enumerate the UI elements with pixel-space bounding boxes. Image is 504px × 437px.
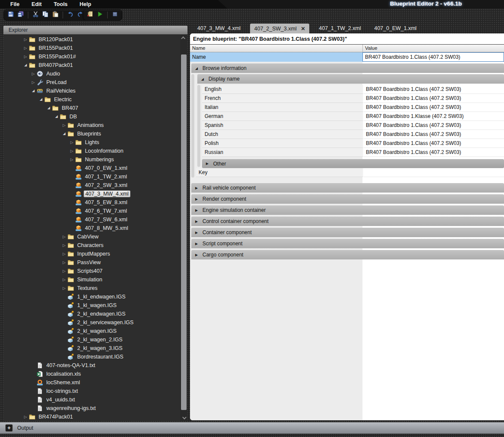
explorer-scrollbar[interactable]	[180, 35, 187, 421]
property-row-dutch[interactable]: DutchBR407 Boardbistro 1.Class (407.2 SW…	[202, 130, 504, 139]
property-value[interactable]: BR407 Boardbistro 1.Class (407.2 SW03)	[363, 85, 504, 94]
property-row-key[interactable]: Key	[196, 168, 504, 177]
expander-collapsed-icon[interactable]: ▷	[69, 138, 75, 147]
collapse-collapsed-icon[interactable]: ▶	[195, 208, 199, 212]
tree-item[interactable]: ▷Numberings	[3, 155, 180, 164]
tree-item[interactable]: v4_uuids.txt	[3, 395, 180, 404]
property-row-french[interactable]: FrenchBR407 Boardbistro 1.Class (407.2 S…	[202, 94, 504, 103]
tree-item[interactable]: 407_6_TW_7.xml	[3, 207, 180, 215]
property-value[interactable]: BR407 Boardbistro 1.Class (407.2 SW03)	[363, 121, 504, 130]
tree-item[interactable]: ▷BR155Pack01#	[3, 52, 180, 61]
expander-collapsed-icon[interactable]: ▷	[61, 241, 67, 250]
tab-407_0_EW_1-xml[interactable]: 407_0_EW_1.xml	[370, 24, 420, 33]
expander-expanded-icon[interactable]: ◢	[45, 104, 52, 112]
property-row-italian[interactable]: ItalianBR407 Boardbistro 1.Class (407.2 …	[202, 103, 504, 112]
tree-item[interactable]: 407_5_EW_8.xml	[3, 198, 180, 207]
category-container-component[interactable]: ▶Container component	[191, 228, 504, 237]
tab-close-icon[interactable]: ✕	[301, 26, 305, 32]
tree-item[interactable]: ▷CabView	[3, 232, 180, 241]
tree-item[interactable]: 1_kl_wagen.IGS	[3, 301, 180, 310]
tree-item[interactable]: ▷Textures	[3, 284, 180, 292]
property-value[interactable]: BR407 Boardbistro 1.Class (407.2 SW03)	[363, 94, 504, 103]
category-script-component[interactable]: ▶Script component	[191, 239, 504, 248]
expander-expanded-icon[interactable]: ◢	[22, 61, 29, 69]
category-cargo-component[interactable]: ▶Cargo component	[191, 250, 504, 259]
property-value[interactable]: BR407 Boardbistro 1.Class (407.2 SW03)	[363, 103, 504, 112]
expander-collapsed-icon[interactable]: ▷	[61, 232, 67, 241]
tree-item[interactable]: ◢DB	[3, 112, 180, 121]
category-other[interactable]: ▶ Other	[202, 159, 504, 168]
property-value[interactable]: BR407 Boardbistro 1.Klasse (407.2 SW03)	[363, 112, 504, 121]
tab-407_2_SW_3-xml[interactable]: 407_2_SW_3.xml✕	[250, 24, 310, 33]
tree-item[interactable]: 407_2_SW_3.xml	[3, 181, 180, 190]
expander-collapsed-icon[interactable]: ▷	[22, 52, 29, 61]
tree-item[interactable]: loc-strings.txt	[3, 387, 180, 395]
property-row-english[interactable]: EnglishBR407 Boardbistro 1.Class (407.2 …	[202, 85, 504, 94]
collapse-collapsed-icon[interactable]: ▶	[195, 231, 199, 235]
category-engine-simulation-container[interactable]: ▶Engine simulation container	[191, 205, 504, 215]
expander-collapsed-icon[interactable]: ▷	[61, 275, 67, 284]
scroll-up-button[interactable]	[180, 35, 187, 41]
tree-item[interactable]: locSheme.xml	[3, 378, 180, 387]
tree-item[interactable]: ▷Lights	[3, 138, 180, 147]
scrollbar-thumb[interactable]	[181, 54, 187, 410]
property-value[interactable]: BR407 Boardbistro 1.Class (407.2 SW03)	[363, 130, 504, 139]
property-value-input[interactable]: BR407 Boardbistro 1.Class (407.2 SW03)	[362, 52, 504, 62]
tree-item[interactable]: ▷Simulation	[3, 275, 180, 284]
property-row-russian[interactable]: RussianBR407 Boardbistro 1.Class (407.2 …	[202, 148, 504, 157]
tree-item[interactable]: 407_8_MW_5.xml	[3, 224, 180, 232]
tree-item[interactable]: ▷InputMappers	[3, 250, 180, 258]
category-browse-information[interactable]: ◢ Browse information	[191, 63, 504, 73]
tree-item[interactable]: ◢RailVehicles	[3, 87, 180, 95]
expander-collapsed-icon[interactable]: ▷	[69, 147, 75, 155]
property-value[interactable]: BR407 Boardbistro 1.Class (407.2 SW03)	[363, 139, 504, 148]
tree-item[interactable]: ▷Characters	[3, 241, 180, 250]
tree-item[interactable]: ▷PreLoad	[3, 78, 180, 87]
tree-item[interactable]: Bordrestaurant.IGS	[3, 353, 180, 361]
cut-button[interactable]	[32, 11, 39, 19]
tree-item[interactable]: ▷BR120Pack01	[3, 35, 180, 44]
tree-item[interactable]: ◢BR407	[3, 104, 180, 112]
property-row-spanish[interactable]: SpanishBR407 Boardbistro 1.Class (407.2 …	[202, 121, 504, 130]
tab-407_1_TW_2-xml[interactable]: 407_1_TW_2.xml	[315, 24, 365, 33]
tree-item[interactable]: 2_kl_wagen_2.IGS	[3, 335, 180, 344]
copy-button[interactable]	[42, 11, 49, 19]
tree-item[interactable]: ▷PassView	[3, 258, 180, 267]
expander-collapsed-icon[interactable]: ▷	[61, 258, 67, 267]
expander-collapsed-icon[interactable]: ▷	[22, 44, 29, 52]
category-rail-vehicle-component[interactable]: ▶Rail vehicle component	[191, 183, 504, 193]
tree-item[interactable]: 407_3_MW_4.xml	[3, 190, 180, 198]
tree-item[interactable]: ◢BR407Pack01	[3, 61, 180, 69]
run-button[interactable]	[96, 11, 104, 19]
tree-item[interactable]: ◢Blueprints	[3, 130, 180, 138]
collapse-collapsed-icon[interactable]: ▶	[195, 242, 199, 246]
tree-item[interactable]: ▷Scripts407	[3, 267, 180, 275]
tree-item[interactable]: 2_kl_endwagen.IGS	[3, 310, 180, 318]
tree-item[interactable]: 2_kl_wagen.IGS	[3, 327, 180, 335]
expander-expanded-icon[interactable]: ◢	[38, 95, 44, 104]
collapse-expanded-icon[interactable]: ◢	[201, 77, 205, 81]
category-render-component[interactable]: ▶Render component	[191, 194, 504, 204]
expander-collapsed-icon[interactable]: ▷	[69, 155, 75, 164]
tree-item[interactable]: ◢Electric	[3, 95, 180, 104]
paste-button[interactable]	[51, 11, 59, 19]
tree-item[interactable]: 407_7_SW_6.xml	[3, 215, 180, 224]
collapse-collapsed-icon[interactable]: ▶	[206, 162, 210, 166]
tree-item[interactable]: 407_0_EW_1.xml	[3, 164, 180, 172]
tree-item[interactable]: ▷BR155Pack01	[3, 44, 180, 52]
menu-item-tools[interactable]: Tools	[48, 0, 73, 9]
expander-collapsed-icon[interactable]: ▷	[61, 284, 67, 292]
tree-item[interactable]: 407_1_TW_2.xml	[3, 172, 180, 181]
tree-item[interactable]: ▷BR474Pack01	[3, 413, 180, 421]
menu-item-edit[interactable]: Edit	[26, 0, 48, 9]
collapse-collapsed-icon[interactable]: ▶	[195, 186, 199, 190]
menu-item-help[interactable]: Help	[74, 0, 97, 9]
expander-collapsed-icon[interactable]: ▷	[30, 69, 36, 78]
menu-item-file[interactable]: File	[4, 0, 26, 9]
collapse-expanded-icon[interactable]: ◢	[195, 66, 199, 70]
tree-item[interactable]: 1_kl_endwagen.IGS	[3, 292, 180, 301]
expander-collapsed-icon[interactable]: ▷	[30, 78, 36, 87]
tree-item[interactable]: localisation.xls	[3, 370, 180, 378]
expander-collapsed-icon[interactable]: ▷	[61, 250, 67, 258]
property-row-polish[interactable]: PolishBR407 Boardbistro 1.Class (407.2 S…	[202, 139, 504, 148]
